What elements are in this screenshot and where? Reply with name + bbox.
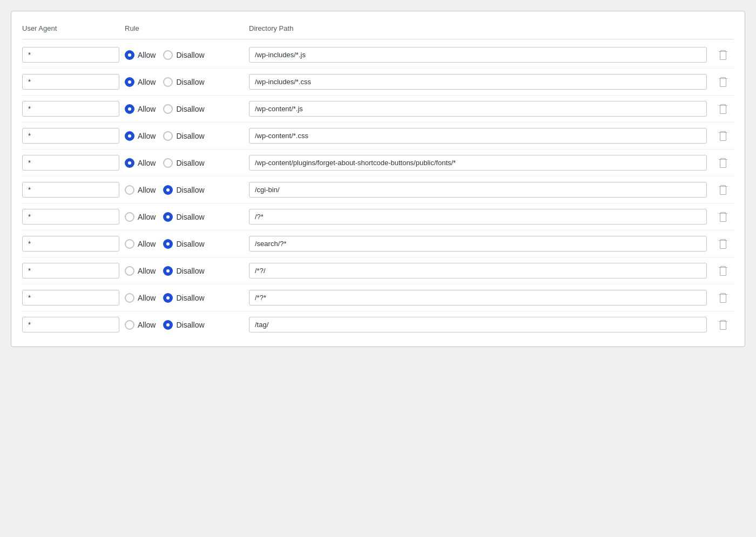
disallow-label[interactable]: Disallow: [163, 266, 204, 276]
delete-button[interactable]: [712, 318, 734, 332]
allow-radio[interactable]: [125, 77, 134, 87]
user-agent-input[interactable]: [22, 317, 119, 332]
allow-radio[interactable]: [125, 185, 134, 195]
delete-button[interactable]: [712, 129, 734, 143]
allow-label[interactable]: Allow: [125, 104, 156, 114]
directory-path-input[interactable]: [249, 290, 707, 305]
col-rule: Rule: [125, 24, 244, 32]
table-row: AllowDisallow: [22, 123, 734, 149]
rule-group: AllowDisallow: [125, 293, 244, 303]
directory-path-input[interactable]: [249, 182, 707, 198]
directory-path-input[interactable]: [249, 236, 707, 251]
disallow-radio[interactable]: [163, 158, 173, 168]
allow-radio[interactable]: [125, 104, 134, 114]
disallow-radio[interactable]: [163, 212, 173, 222]
allow-label[interactable]: Allow: [125, 239, 156, 249]
delete-button[interactable]: [712, 264, 734, 278]
disallow-label[interactable]: Disallow: [163, 185, 204, 195]
disallow-label[interactable]: Disallow: [163, 50, 204, 60]
disallow-radio[interactable]: [163, 50, 173, 60]
table-row: AllowDisallow: [22, 311, 734, 338]
disallow-radio[interactable]: [163, 77, 173, 87]
allow-label[interactable]: Allow: [125, 158, 156, 168]
table-row: AllowDisallow: [22, 230, 734, 257]
col-user-agent: User Agent: [22, 24, 119, 32]
rule-group: AllowDisallow: [125, 158, 244, 168]
disallow-label[interactable]: Disallow: [163, 131, 204, 141]
allow-text: Allow: [138, 267, 156, 275]
user-agent-input[interactable]: [22, 182, 119, 198]
disallow-radio[interactable]: [163, 239, 173, 249]
allow-text: Allow: [138, 159, 156, 167]
disallow-text: Disallow: [176, 294, 204, 302]
directory-path-input[interactable]: [249, 47, 707, 63]
user-agent-input[interactable]: [22, 128, 119, 144]
directory-path-input[interactable]: [249, 263, 707, 278]
table-row: AllowDisallow: [22, 284, 734, 311]
directory-path-input[interactable]: [249, 128, 707, 144]
disallow-label[interactable]: Disallow: [163, 77, 204, 87]
user-agent-input[interactable]: [22, 290, 119, 305]
directory-path-input[interactable]: [249, 209, 707, 225]
allow-radio[interactable]: [125, 158, 134, 168]
allow-label[interactable]: Allow: [125, 320, 156, 330]
disallow-label[interactable]: Disallow: [163, 239, 204, 249]
allow-label[interactable]: Allow: [125, 212, 156, 222]
disallow-radio[interactable]: [163, 104, 173, 114]
disallow-text: Disallow: [176, 240, 204, 248]
allow-label[interactable]: Allow: [125, 293, 156, 303]
col-actions: [712, 24, 734, 32]
allow-label[interactable]: Allow: [125, 266, 156, 276]
col-directory-path: Directory Path: [249, 24, 707, 32]
allow-radio[interactable]: [125, 212, 134, 222]
directory-path-input[interactable]: [249, 317, 707, 332]
disallow-radio[interactable]: [163, 293, 173, 303]
user-agent-input[interactable]: [22, 236, 119, 251]
delete-button[interactable]: [712, 102, 734, 116]
disallow-radio[interactable]: [163, 185, 173, 195]
disallow-text: Disallow: [176, 213, 204, 221]
allow-radio[interactable]: [125, 266, 134, 276]
delete-button[interactable]: [712, 156, 734, 170]
allow-label[interactable]: Allow: [125, 185, 156, 195]
rule-group: AllowDisallow: [125, 266, 244, 276]
rules-table: User Agent Rule Directory Path AllowDisa…: [11, 11, 745, 347]
user-agent-input[interactable]: [22, 101, 119, 117]
delete-button[interactable]: [712, 75, 734, 89]
disallow-label[interactable]: Disallow: [163, 158, 204, 168]
user-agent-input[interactable]: [22, 155, 119, 171]
disallow-label[interactable]: Disallow: [163, 320, 204, 330]
disallow-radio[interactable]: [163, 320, 173, 330]
user-agent-input[interactable]: [22, 263, 119, 278]
disallow-text: Disallow: [176, 321, 204, 329]
delete-button[interactable]: [712, 291, 734, 305]
disallow-label[interactable]: Disallow: [163, 104, 204, 114]
disallow-radio[interactable]: [163, 131, 173, 141]
delete-button[interactable]: [712, 183, 734, 197]
disallow-label[interactable]: Disallow: [163, 293, 204, 303]
allow-radio[interactable]: [125, 320, 134, 330]
delete-button[interactable]: [712, 210, 734, 224]
trash-icon: [719, 50, 727, 60]
directory-path-input[interactable]: [249, 74, 707, 90]
allow-label[interactable]: Allow: [125, 50, 156, 60]
allow-label[interactable]: Allow: [125, 131, 156, 141]
table-header: User Agent Rule Directory Path: [22, 20, 734, 39]
allow-label[interactable]: Allow: [125, 77, 156, 87]
user-agent-input[interactable]: [22, 209, 119, 225]
allow-radio[interactable]: [125, 239, 134, 249]
user-agent-input[interactable]: [22, 74, 119, 90]
trash-icon: [719, 185, 727, 195]
disallow-radio[interactable]: [163, 266, 173, 276]
delete-button[interactable]: [712, 237, 734, 251]
allow-radio[interactable]: [125, 131, 134, 141]
rule-group: AllowDisallow: [125, 185, 244, 195]
allow-radio[interactable]: [125, 293, 134, 303]
user-agent-input[interactable]: [22, 47, 119, 63]
directory-path-input[interactable]: [249, 155, 707, 171]
delete-button[interactable]: [712, 48, 734, 62]
disallow-label[interactable]: Disallow: [163, 212, 204, 222]
rule-group: AllowDisallow: [125, 104, 244, 114]
directory-path-input[interactable]: [249, 101, 707, 117]
allow-radio[interactable]: [125, 50, 134, 60]
